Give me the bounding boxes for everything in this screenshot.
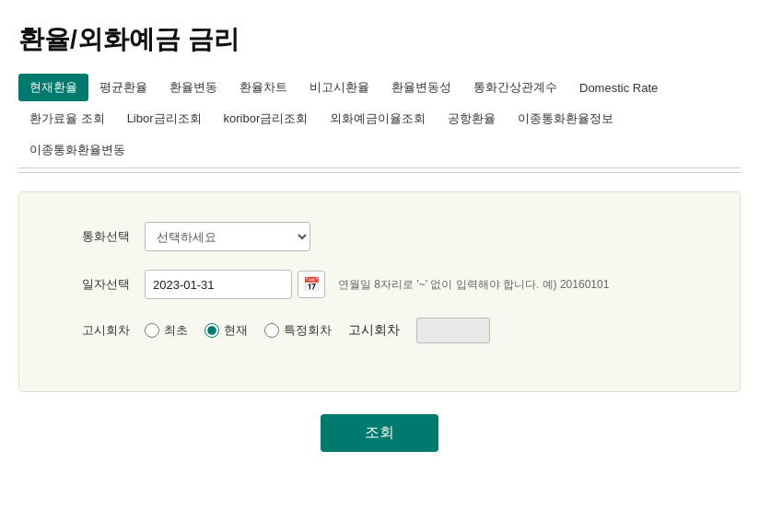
search-button-wrap: 조회 [18,414,741,452]
radio-first[interactable]: 최초 [145,322,188,339]
radio-current-input[interactable] [204,323,219,338]
notice-row: 고시회차 최초 현재 특정회차 고시회차 [56,318,703,343]
nav-row-1: 현재환율 평균환율 환율변동 환율차트 비고시환율 환율변동성 통화간상관계수 … [18,74,741,101]
nav-domestic-rate[interactable]: Domestic Rate [568,75,669,100]
nav-이종통화환율변동[interactable]: 이종통화환율변동 [18,136,136,164]
radio-specific[interactable]: 특정회차 [264,322,332,339]
radio-current[interactable]: 현재 [204,322,248,339]
nav-환율변동성[interactable]: 환율변동성 [380,74,462,101]
radio-current-label: 현재 [224,322,248,339]
date-label: 일자선택 [56,276,130,293]
nav-이종통화환율정보[interactable]: 이종통화환율정보 [507,105,625,133]
currency-row: 통화선택 선택하세요 USD EUR JPY CNY GBP CHF CAD A… [56,222,703,251]
radio-first-input[interactable] [145,323,159,338]
currency-select[interactable]: 선택하세요 USD EUR JPY CNY GBP CHF CAD AUD HK… [145,222,310,251]
radio-specific-input[interactable] [264,323,279,338]
nav-현재환율[interactable]: 현재환율 [18,74,88,101]
calendar-icon: 📅 [303,276,321,293]
notice-label: 고시회차 [56,322,130,339]
nav-외화예금이율조회[interactable]: 외화예금이율조회 [319,105,437,133]
nav-환율차트[interactable]: 환율차트 [228,74,298,101]
nav-koribor금리조회[interactable]: koribor금리조회 [213,105,320,133]
date-control: 📅 연월일 8자리로 '~' 없이 입력해야 합니다. 예) 20160101 [145,270,609,299]
radio-group: 최초 현재 특정회차 고시회차 [145,318,490,343]
nav-통화간상관계수[interactable]: 통화간상관계수 [462,74,568,101]
nav-divider [18,172,741,173]
search-form-panel: 통화선택 선택하세요 USD EUR JPY CNY GBP CHF CAD A… [18,191,741,392]
notice-count-input[interactable] [416,318,490,343]
search-button[interactable]: 조회 [321,414,438,452]
nav-공항환율[interactable]: 공항환율 [437,105,507,133]
radio-specific-label: 특정회차 [284,322,332,339]
calendar-button[interactable]: 📅 [298,271,325,298]
nav-비고시환율[interactable]: 비고시환율 [298,74,380,101]
nav-평균환율[interactable]: 평균환율 [88,74,158,101]
notice-control: 최초 현재 특정회차 고시회차 [145,318,490,343]
nav-row-3: 이종통화환율변동 [18,136,741,164]
date-hint: 연월일 8자리로 '~' 없이 입력해야 합니다. 예) 20160101 [338,277,609,293]
navigation: 현재환율 평균환율 환율변동 환율차트 비고시환율 환율변동성 통화간상관계수 … [18,74,741,168]
radio-first-label: 최초 [164,322,188,339]
nav-libor금리조회[interactable]: Libor금리조회 [116,105,213,133]
date-input[interactable] [145,270,292,299]
date-row: 일자선택 📅 연월일 8자리로 '~' 없이 입력해야 합니다. 예) 2016… [56,270,703,299]
currency-label: 통화선택 [56,228,130,245]
nav-row-2: 환가료율 조회 Libor금리조회 koribor금리조회 외화예금이율조회 공… [18,105,741,133]
nav-환율변동[interactable]: 환율변동 [158,74,228,101]
page-title: 환율/외화예금 금리 [18,22,741,57]
currency-control: 선택하세요 USD EUR JPY CNY GBP CHF CAD AUD HK… [145,222,310,251]
nav-환가료율조회[interactable]: 환가료율 조회 [18,105,116,133]
notice-count-label: 고시회차 [348,322,400,339]
date-input-wrap: 📅 [145,270,325,299]
